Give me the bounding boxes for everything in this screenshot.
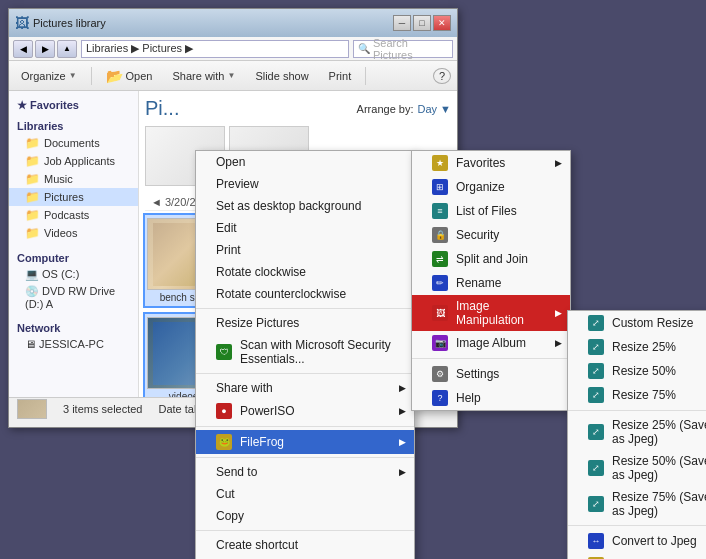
ff-security[interactable]: 🔒 Security [412,223,570,247]
cm-separator-1 [196,308,414,309]
minimize-button[interactable]: ─ [393,15,411,31]
title-bar: 🖼 Pictures library ─ □ ✕ [9,9,457,37]
close-button[interactable]: ✕ [433,15,451,31]
img-put-logo[interactable]: ★ Put Logo on Image [568,553,706,559]
sidebar-item-videos[interactable]: 📁 Videos [9,224,138,242]
address-bar: ◀ ▶ ▲ Libraries ▶ Pictures ▶ 🔍 Search Pi… [9,37,457,61]
submenu-image-manipulation: ⤢ Custom Resize ⤢ Resize 25% ⤢ Resize 50… [567,310,706,559]
cm-filefrog[interactable]: 🐸 FileFrog ▶ [196,430,414,454]
favorites-icon: ★ [432,155,448,171]
cm-print[interactable]: Print [196,239,414,261]
arrange-by: Arrange by: Day ▼ [357,103,451,115]
security-icon: 🛡 [216,344,232,360]
ff-image-manipulation[interactable]: 🖼 Image Manipulation ▶ [412,295,570,331]
sidebar-item-pictures[interactable]: 📁 Pictures [9,188,138,206]
sidebar-libraries-header[interactable]: Libraries [9,118,138,134]
cm-edit[interactable]: Edit [196,217,414,239]
forward-button[interactable]: ▶ [35,40,55,58]
img-resize-50-jpeg[interactable]: ⤢ Resize 50% (Save as Jpeg) [568,450,706,486]
ff-settings[interactable]: ⚙ Settings [412,362,570,386]
cm-rotate-ccw[interactable]: Rotate counterclockwise [196,283,414,305]
window-controls: ─ □ ✕ [393,15,451,31]
share-with-button[interactable]: Share with ▼ [166,68,241,84]
cm-separator-3 [196,426,414,427]
sidebar: ★ Favorites Libraries 📁 Documents 📁 Job … [9,91,139,397]
sidebar-item-podcasts[interactable]: 📁 Podcasts [9,206,138,224]
img-separator-1 [568,410,706,411]
resize50-icon: ⤢ [588,363,604,379]
organize-button[interactable]: Organize ▼ [15,68,83,84]
ff-organize[interactable]: ⊞ Organize [412,175,570,199]
slideshow-button[interactable]: Slide show [249,68,314,84]
cm-set-desktop[interactable]: Set as desktop background [196,195,414,217]
favorites-arrow-icon: ▶ [555,158,562,168]
folder-icon: 📁 [25,190,40,204]
toolbar-separator [91,67,92,85]
organize-icon: ⊞ [432,179,448,195]
window-title: Pictures library [33,17,106,29]
split-icon: ⇌ [432,251,448,267]
open-button[interactable]: 📂 Open [100,66,159,86]
sidebar-item-jessica-pc[interactable]: 🖥 JESSICA-PC [9,336,138,352]
img-custom-resize[interactable]: ⤢ Custom Resize [568,311,706,335]
help-icon: ? [432,390,448,406]
ff-help[interactable]: ? Help [412,386,570,410]
sidebar-computer-header[interactable]: Computer [9,250,138,266]
maximize-button[interactable]: □ [413,15,431,31]
image-album-icon: 📷 [432,335,448,351]
cm-poweriso[interactable]: ● PowerISO ▶ [196,399,414,423]
folder-icon: 📁 [25,208,40,222]
help-button[interactable]: ? [433,68,451,84]
cm-open[interactable]: Open [196,151,414,173]
img-convert-jpeg[interactable]: ↔ Convert to Jpeg [568,529,706,553]
img-resize-75-jpeg[interactable]: ⤢ Resize 75% (Save as Jpeg) [568,486,706,522]
sidebar-item-documents[interactable]: 📁 Documents [9,134,138,152]
img-separator-2 [568,525,706,526]
sidebar-item-dvd-drive[interactable]: 💿 DVD RW Drive (D:) A [9,283,138,312]
sendto-arrow-icon: ▶ [399,467,406,477]
cm-rotate-cw[interactable]: Rotate clockwise [196,261,414,283]
up-button[interactable]: ▲ [57,40,77,58]
cm-separator-4 [196,457,414,458]
sidebar-item-music[interactable]: 📁 Music [9,170,138,188]
cm-copy[interactable]: Copy [196,505,414,527]
resize50-jpeg-icon: ⤢ [588,460,604,476]
cm-cut[interactable]: Cut [196,483,414,505]
ff-image-album[interactable]: 📷 Image Album ▶ [412,331,570,355]
arrange-by-value[interactable]: Day ▼ [417,103,451,115]
resize75-jpeg-icon: ⤢ [588,496,604,512]
sidebar-favorites-header[interactable]: ★ Favorites [9,97,138,114]
rename-icon: ✏ [432,275,448,291]
sidebar-item-job-applicants[interactable]: 📁 Job Applicants [9,152,138,170]
img-resize-50[interactable]: ⤢ Resize 50% [568,359,706,383]
filefrog-icon: 🐸 [216,434,232,450]
address-path[interactable]: Libraries ▶ Pictures ▶ [81,40,349,58]
ff-split-join[interactable]: ⇌ Split and Join [412,247,570,271]
cm-create-shortcut[interactable]: Create shortcut [196,534,414,556]
cm-scan[interactable]: 🛡 Scan with Microsoft Security Essential… [196,334,414,370]
back-button[interactable]: ◀ [13,40,33,58]
cm-share-with[interactable]: Share with ▶ [196,377,414,399]
organize-dropdown-arrow: ▼ [69,71,77,80]
sidebar-network-header[interactable]: Network [9,320,138,336]
convert-jpeg-icon: ↔ [588,533,604,549]
ff-favorites[interactable]: ★ Favorites ▶ [412,151,570,175]
share-arrow-icon: ▶ [399,383,406,393]
img-resize-75[interactable]: ⤢ Resize 75% [568,383,706,407]
cm-resize-pictures[interactable]: Resize Pictures [196,312,414,334]
ff-separator-1 [412,358,570,359]
search-box[interactable]: 🔍 Search Pictures [353,40,453,58]
sidebar-item-os-drive[interactable]: 💻 OS (C:) [9,266,138,283]
share-dropdown-arrow: ▼ [227,71,235,80]
image-manip-icon: 🖼 [432,305,448,321]
gear-icon: ⚙ [432,366,448,382]
cm-preview[interactable]: Preview [196,173,414,195]
img-resize-25[interactable]: ⤢ Resize 25% [568,335,706,359]
cm-send-to[interactable]: Send to ▶ [196,461,414,483]
cm-separator-5 [196,530,414,531]
ff-list-of-files[interactable]: ≡ List of Files [412,199,570,223]
img-resize-25-jpeg[interactable]: ⤢ Resize 25% (Save as Jpeg) [568,414,706,450]
ff-rename[interactable]: ✏ Rename [412,271,570,295]
print-button[interactable]: Print [323,68,358,84]
poweriso-icon: ● [216,403,232,419]
